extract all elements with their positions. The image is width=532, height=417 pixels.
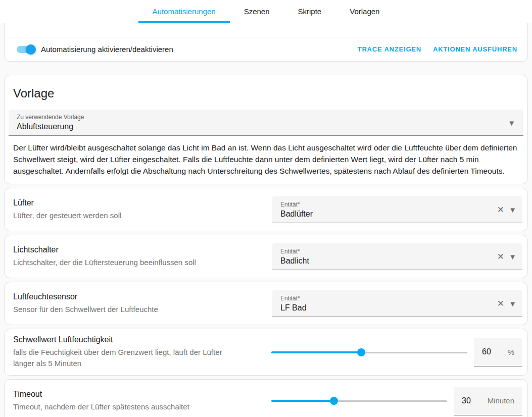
template-card-title: Vorlage xyxy=(13,86,519,100)
number-unit: Minuten xyxy=(488,396,514,405)
slider-thumb[interactable] xyxy=(357,348,365,356)
entity-picker-lichtschalter[interactable]: Entität* Badlicht ✕ ▼ xyxy=(272,243,522,270)
run-actions-button[interactable]: AKTIONEN AUSFÜHREN xyxy=(433,45,517,53)
clear-icon[interactable]: ✕ xyxy=(497,205,504,214)
entity-picker-luefter[interactable]: Entität* Badlüfter ✕ ▼ xyxy=(272,196,522,223)
number-value: 30 xyxy=(462,396,471,405)
humidity-threshold-slider[interactable] xyxy=(271,344,467,360)
option-text: Timeout Timeout, nachdem der Lüfter spät… xyxy=(5,390,246,412)
timeout-slider[interactable] xyxy=(271,393,447,409)
entity-field-value: Badlicht xyxy=(280,256,490,266)
show-trace-button[interactable]: TRACE ANZEIGEN xyxy=(358,45,421,53)
option-text: Schwellwert Luftfeuchtigkeit falls die F… xyxy=(5,335,246,369)
template-description: Der Lüfter wird/bleibt ausgeschaltet sol… xyxy=(13,142,519,177)
option-subtitle: Lüfter, der gesteuert werden soll xyxy=(13,210,264,221)
clear-icon[interactable]: ✕ xyxy=(497,252,504,260)
automation-toggle-label: Automatisierung aktivieren/deaktivieren xyxy=(41,45,173,54)
automation-header-card: Automatisierung aktivieren/deaktivieren … xyxy=(4,23,528,62)
template-select-label: Zu verwendende Vorlage xyxy=(17,114,503,121)
entity-field-value: Badlüfter xyxy=(280,210,490,219)
option-subtitle: Sensor für den Schwellwert der Luftfeuch… xyxy=(13,304,264,315)
option-title: Lüfter xyxy=(13,198,264,207)
chevron-down-icon[interactable]: ▼ xyxy=(509,205,516,213)
humidity-threshold-input[interactable]: 60 % xyxy=(474,338,522,367)
option-row-lichtschalter: Lichtschalter Lichtschalter, der die Lüf… xyxy=(4,235,528,278)
option-text: Luftfeuchtesensor Sensor für den Schwell… xyxy=(5,292,272,315)
option-row-luftfeuchtesensor: Luftfeuchtesensor Sensor für den Schwell… xyxy=(4,282,528,325)
template-select-value: Abluftsteuerung xyxy=(17,122,503,131)
toggle-thumb xyxy=(26,44,36,55)
option-subtitle: Lichtschalter, der die Lüftersteuerung b… xyxy=(13,257,264,268)
option-text: Lüfter Lüfter, der gesteuert werden soll xyxy=(5,198,272,221)
number-unit: % xyxy=(508,348,514,356)
entity-picker-luftfeuchtesensor[interactable]: Entität* LF Bad ✕ ▼ xyxy=(272,290,522,317)
timeout-input[interactable]: 30 Minuten xyxy=(454,387,522,415)
entity-field-value: LF Bad xyxy=(280,303,490,312)
tab-automatisierungen[interactable]: Automatisierungen xyxy=(138,0,230,23)
entity-field-label: Entität* xyxy=(280,201,490,208)
template-select[interactable]: Zu verwendende Vorlage Abluftsteuerung ▼ xyxy=(9,110,523,136)
option-title: Luftfeuchtesensor xyxy=(13,292,264,301)
option-title: Lichtschalter xyxy=(13,245,264,254)
automation-enabled-toggle[interactable] xyxy=(17,44,35,55)
template-card: Vorlage Zu verwendende Vorlage Abluftste… xyxy=(4,75,528,184)
tab-vorlagen[interactable]: Vorlagen xyxy=(335,0,394,23)
entity-field-label: Entität* xyxy=(280,295,490,302)
slider-track-active xyxy=(271,400,334,402)
entity-field-label: Entität* xyxy=(280,248,490,255)
clear-icon[interactable]: ✕ xyxy=(497,299,504,307)
option-title: Schwellwert Luftfeuchtigkeit xyxy=(13,335,238,344)
option-subtitle: Timeout, nachdem der Lüfter spätestens a… xyxy=(13,401,238,412)
slider-thumb[interactable] xyxy=(330,397,338,405)
option-text: Lichtschalter Lichtschalter, der die Lüf… xyxy=(5,245,272,268)
option-row-luefter: Lüfter Lüfter, der gesteuert werden soll… xyxy=(4,188,528,231)
chevron-down-icon[interactable]: ▼ xyxy=(509,299,516,307)
chevron-down-icon[interactable]: ▼ xyxy=(508,119,515,126)
option-row-timeout: Timeout Timeout, nachdem der Lüfter spät… xyxy=(4,379,528,417)
option-title: Timeout xyxy=(13,390,238,399)
chevron-down-icon[interactable]: ▼ xyxy=(509,252,516,260)
card-empty-strip xyxy=(5,23,527,37)
number-value: 60 xyxy=(482,347,491,356)
option-subtitle: falls die Feuchtigkeit über dem Grenzwer… xyxy=(13,347,238,369)
option-row-schwellwert: Schwellwert Luftfeuchtigkeit falls die F… xyxy=(4,329,528,376)
automation-toggle-row: Automatisierung aktivieren/deaktivieren … xyxy=(5,37,527,61)
view-tabbar: Automatisierungen Szenen Skripte Vorlage… xyxy=(0,0,532,23)
slider-track-active xyxy=(271,351,361,353)
tab-skripte[interactable]: Skripte xyxy=(284,0,336,23)
tab-szenen[interactable]: Szenen xyxy=(230,0,284,23)
